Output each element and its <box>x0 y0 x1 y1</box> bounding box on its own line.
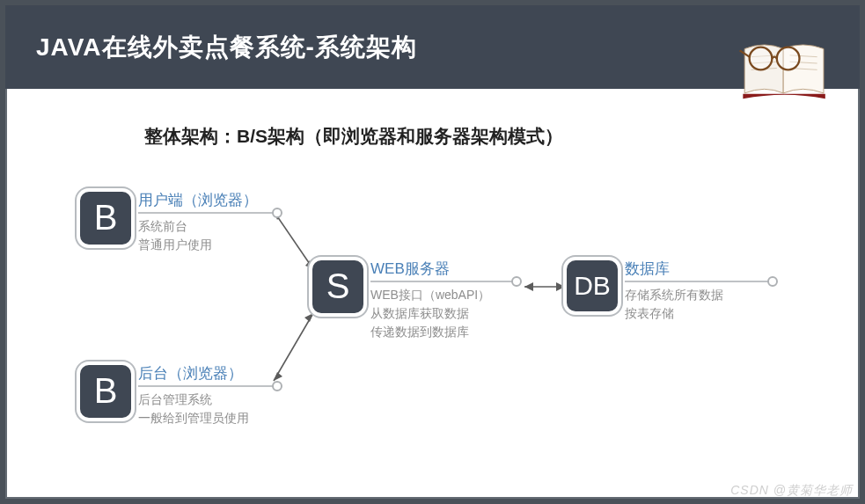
svg-line-9 <box>274 211 313 269</box>
db-title: 数据库 <box>625 259 774 279</box>
svg-point-6 <box>750 47 773 70</box>
server-desc-3: 传递数据到数据库 <box>370 323 518 341</box>
svg-line-12 <box>274 313 313 381</box>
client-title: 用户端（浏览器） <box>138 190 279 210</box>
admin-desc-2: 一般给到管理员使用 <box>138 409 279 427</box>
svg-marker-17 <box>556 282 565 291</box>
admin-title: 后台（浏览器） <box>138 363 279 383</box>
header-band: JAVA在线外卖点餐系统-系统架构 <box>5 5 860 89</box>
svg-marker-16 <box>524 282 533 291</box>
diagram-subtitle: 整体架构：B/S架构（即浏览器和服务器架构模式） <box>144 124 563 149</box>
server-title: WEB服务器 <box>370 259 518 279</box>
server-desc-2: 从数据库获取数据 <box>370 304 518 323</box>
db-desc-1: 存储系统所有数据 <box>625 286 774 304</box>
client-box-icon: B <box>80 192 131 245</box>
client-desc-1: 系统前台 <box>138 217 279 236</box>
slide-title: JAVA在线外卖点餐系统-系统架构 <box>36 31 417 64</box>
slide: JAVA在线外卖点餐系统-系统架构 整体架构：B/S架构（即浏览器和服务器架构模… <box>5 5 860 499</box>
svg-marker-14 <box>304 313 313 322</box>
watermark: CSDN @黄菊华老师 <box>730 483 853 499</box>
admin-desc-1: 后台管理系统 <box>138 391 279 409</box>
db-box-icon: DB <box>567 260 618 311</box>
svg-point-7 <box>777 47 800 70</box>
client-desc-2: 普通用户使用 <box>138 236 279 254</box>
admin-box-icon: B <box>80 365 131 418</box>
book-icon <box>737 25 833 104</box>
server-box-icon: S <box>312 260 363 313</box>
db-desc-2: 按表存储 <box>625 304 774 323</box>
server-desc-1: WEB接口（webAPI） <box>370 286 518 304</box>
